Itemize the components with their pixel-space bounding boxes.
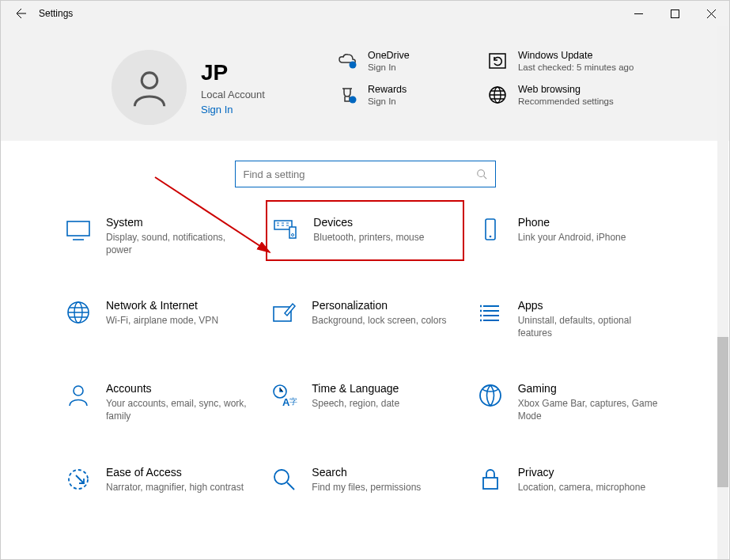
cat-personalization[interactable]: Personalization Background, lock screen,…	[266, 294, 463, 344]
svg-rect-24	[483, 478, 497, 489]
minimize-button[interactable]	[620, 1, 656, 26]
svg-rect-3	[490, 54, 505, 68]
svg-point-4	[349, 96, 356, 104]
svg-point-1	[142, 72, 157, 88]
person-icon	[127, 66, 172, 110]
cat-title: Search	[312, 466, 421, 479]
cat-sub: Display, sound, notifications, power	[106, 232, 248, 256]
back-button[interactable]	[1, 1, 39, 26]
cat-title: Privacy	[518, 466, 645, 479]
svg-point-23	[274, 470, 289, 484]
onedrive-icon	[336, 50, 358, 72]
account-header: JP Local Account Sign In OneDrive Sign I…	[1, 26, 729, 141]
profile-name: JP	[201, 60, 265, 85]
search-row	[1, 161, 729, 187]
rewards-icon	[336, 84, 358, 106]
cat-sub: Xbox Game Bar, captures, Game Mode	[518, 398, 660, 422]
search-icon	[476, 168, 487, 180]
cat-sub: Uninstall, defaults, optional features	[518, 315, 660, 339]
tile-onedrive[interactable]: OneDrive Sign In	[336, 50, 478, 72]
svg-point-22	[69, 470, 88, 489]
profile-account-type: Local Account	[201, 89, 265, 100]
cat-title: Personalization	[312, 299, 446, 312]
svg-point-17	[74, 386, 83, 395]
cat-sub: Background, lock screen, colors	[312, 315, 446, 327]
window-title: Settings	[39, 8, 73, 19]
tile-label: Windows Update	[518, 50, 634, 61]
cat-sub: Link your Android, iPhone	[518, 232, 626, 244]
tile-label: Web browsing	[518, 84, 614, 95]
devices-icon	[272, 216, 299, 243]
cat-ease-of-access[interactable]: Ease of Access Narrator, magnifier, high…	[60, 461, 258, 499]
tile-windows-update[interactable]: Windows Update Last checked: 5 minutes a…	[486, 50, 652, 72]
cat-gaming[interactable]: Gaming Xbox Game Bar, captures, Game Mod…	[472, 377, 670, 427]
svg-rect-0	[671, 9, 679, 17]
tile-sub: Recommended settings	[518, 96, 614, 106]
svg-point-2	[349, 62, 356, 69]
cat-title: Time & Language	[312, 382, 399, 395]
arrow-left-icon	[13, 7, 26, 20]
cat-sub: Wi-Fi, airplane mode, VPN	[106, 315, 218, 327]
svg-text:字: 字	[289, 397, 297, 406]
update-icon	[486, 50, 509, 72]
cat-system[interactable]: System Display, sound, notifications, po…	[60, 211, 258, 261]
tile-sub: Sign In	[368, 96, 407, 106]
cat-devices[interactable]: Devices Bluetooth, printers, mouse	[266, 200, 463, 261]
profile-signin-link[interactable]: Sign In	[201, 104, 265, 115]
cat-privacy[interactable]: Privacy Location, camera, microphone	[472, 461, 670, 499]
cat-title: Gaming	[518, 382, 660, 395]
scrollbar-thumb[interactable]	[717, 337, 728, 487]
cat-title: Ease of Access	[106, 466, 244, 479]
cat-sub: Location, camera, microphone	[518, 482, 645, 494]
cat-title: Accounts	[106, 382, 248, 395]
globe-icon	[486, 84, 509, 106]
tile-label: OneDrive	[368, 50, 410, 61]
phone-icon	[477, 216, 504, 243]
system-icon	[65, 216, 92, 243]
ease-of-access-icon	[65, 466, 92, 493]
close-button[interactable]	[693, 1, 729, 26]
search-cat-icon	[270, 466, 297, 493]
cat-search[interactable]: Search Find my files, permissions	[266, 461, 463, 499]
tile-sub: Last checked: 5 minutes ago	[518, 62, 634, 72]
privacy-icon	[477, 466, 504, 493]
search-box[interactable]	[235, 161, 496, 187]
tile-label: Rewards	[368, 84, 407, 95]
cat-sub: Your accounts, email, sync, work, family	[106, 398, 248, 422]
tile-rewards[interactable]: Rewards Sign In	[336, 84, 478, 106]
tile-sub: Sign In	[368, 62, 410, 72]
cat-phone[interactable]: Phone Link your Android, iPhone	[472, 211, 670, 261]
profile-block: JP Local Account Sign In	[112, 50, 265, 125]
time-language-icon: A字	[270, 382, 297, 409]
tile-web-browsing[interactable]: Web browsing Recommended settings	[486, 84, 652, 106]
cat-title: Phone	[518, 216, 626, 229]
svg-rect-8	[67, 221, 89, 236]
cat-network[interactable]: Network & Internet Wi-Fi, airplane mode,…	[60, 294, 258, 344]
search-input[interactable]	[244, 168, 476, 180]
cat-title: Apps	[518, 299, 660, 312]
cat-sub: Narrator, magnifier, high contrast	[106, 482, 244, 494]
gaming-icon	[477, 382, 504, 409]
title-bar: Settings	[1, 1, 729, 26]
personalization-icon	[270, 299, 297, 326]
maximize-icon	[671, 9, 679, 18]
categories-grid: System Display, sound, notifications, po…	[1, 211, 729, 498]
cat-title: System	[106, 216, 248, 229]
cat-title: Network & Internet	[106, 299, 218, 312]
apps-icon	[477, 299, 504, 326]
cat-sub: Find my files, permissions	[312, 482, 421, 494]
svg-point-21	[480, 385, 501, 406]
maximize-button[interactable]	[656, 1, 693, 26]
accounts-icon	[65, 382, 92, 409]
svg-point-7	[477, 170, 484, 177]
cat-accounts[interactable]: Accounts Your accounts, email, sync, wor…	[60, 377, 258, 427]
cat-title: Devices	[313, 216, 424, 229]
cat-sub: Speech, region, date	[312, 398, 399, 411]
svg-point-13	[489, 236, 491, 238]
network-icon	[65, 299, 92, 326]
cat-time-language[interactable]: A字 Time & Language Speech, region, date	[266, 377, 463, 427]
cat-apps[interactable]: Apps Uninstall, defaults, optional featu…	[472, 294, 670, 344]
header-tiles: OneDrive Sign In Windows Update Last che…	[336, 50, 682, 106]
cat-sub: Bluetooth, printers, mouse	[313, 232, 424, 244]
avatar	[112, 50, 187, 125]
